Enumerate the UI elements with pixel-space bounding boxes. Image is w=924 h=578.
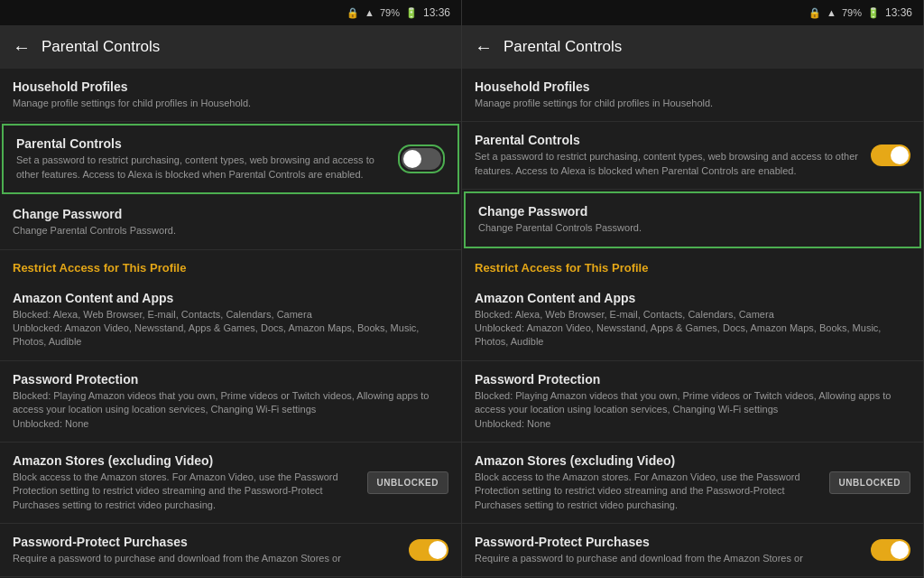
settings-item-desc: Blocked: Alexa, Web Browser, E-mail, Con… [475,308,910,350]
battery-level: 79% [380,7,400,18]
settings-item-title: Amazon Content and Apps [13,291,448,305]
page-title: Parental Controls [42,38,160,56]
toggle-password-protect-purchases[interactable] [871,539,910,561]
settings-item-desc: Require a password to purchase and downl… [475,552,862,565]
settings-item-desc: Manage profile settings for child profil… [13,97,448,110]
settings-item-title: Password-Protect Purchases [13,535,400,549]
settings-item-title: Parental Controls [16,136,389,151]
settings-item-title: Change Password [13,207,448,221]
settings-item-desc: Require a password to purchase and downl… [13,552,400,565]
battery-icon: 🔋 [867,7,880,19]
section-header: Restrict Access for This Profile [0,250,461,280]
settings-item-parental-controls[interactable]: Parental Controls Set a password to rest… [462,122,923,190]
settings-item-password-protection[interactable]: Password Protection Blocked: Playing Ama… [462,361,923,443]
settings-item-desc: Manage profile settings for child profil… [475,97,910,110]
phone-panel-right: 🔒 ▲ 79% 🔋 13:36 ← Parental Controls Hous… [462,0,924,578]
settings-item-change-password[interactable]: Change Password Change Parental Controls… [0,196,461,249]
settings-item-amazon-content[interactable]: Amazon Content and Apps Blocked: Alexa, … [462,280,923,361]
status-bar: 🔒 ▲ 79% 🔋 13:36 [0,0,461,25]
settings-item-title: Change Password [478,204,907,219]
content-area: Household Profiles Manage profile settin… [462,69,923,578]
settings-item-title: Amazon Stores (excluding Video) [475,453,820,468]
section-header: Restrict Access for This Profile [462,250,923,280]
status-time: 13:36 [885,6,912,19]
settings-item-amazon-stores[interactable]: Amazon Stores (excluding Video) Block ac… [462,443,923,524]
settings-item-title: Household Profiles [13,79,448,94]
settings-item-amazon-stores[interactable]: Amazon Stores (excluding Video) Block ac… [0,443,461,524]
back-button[interactable]: ← [13,37,31,58]
settings-item-desc: Blocked: Alexa, Web Browser, E-mail, Con… [13,308,448,350]
settings-item-desc: Set a password to restrict purchasing, c… [475,150,862,178]
wifi-icon: ▲ [365,7,374,18]
settings-item-title: Amazon Stores (excluding Video) [13,453,358,468]
settings-item-title: Amazon Content and Apps [475,291,910,305]
settings-item-change-password[interactable]: Change Password Change Parental Controls… [464,191,921,247]
phone-panel-left: 🔒 ▲ 79% 🔋 13:36 ← Parental Controls Hous… [0,0,462,578]
settings-item-household-profiles[interactable]: Household Profiles Manage profile settin… [0,69,461,122]
settings-item-title: Parental Controls [475,133,862,147]
settings-item-password-protection[interactable]: Password Protection Blocked: Playing Ama… [0,361,461,443]
status-time: 13:36 [423,6,450,19]
nav-bar: ← Parental Controls [462,25,923,69]
settings-item-parental-controls[interactable]: Parental Controls Set a password to rest… [2,124,459,194]
settings-item-title: Password-Protect Purchases [475,535,862,549]
page-title: Parental Controls [504,38,622,56]
settings-item-desc: Blocked: Playing Amazon videos that you … [475,389,910,431]
unblocked-button-amazon-stores[interactable]: UNBLOCKED [367,471,448,494]
back-button[interactable]: ← [475,37,493,58]
content-area: Household Profiles Manage profile settin… [0,69,461,578]
settings-item-desc: Block access to the Amazon stores. For A… [13,471,358,512]
battery-level: 79% [842,7,862,18]
lock-icon: 🔒 [808,7,821,19]
settings-item-desc: Set a password to restrict purchasing, c… [16,154,389,182]
toggle-parental-controls[interactable] [871,144,910,166]
status-bar: 🔒 ▲ 79% 🔋 13:36 [462,0,923,25]
unblocked-button-amazon-stores[interactable]: UNBLOCKED [829,471,910,494]
settings-item-password-protect-purchases[interactable]: Password-Protect Purchases Require a pas… [462,524,923,577]
settings-item-password-protect-purchases[interactable]: Password-Protect Purchases Require a pas… [0,524,461,577]
nav-bar: ← Parental Controls [0,25,461,69]
settings-item-amazon-content[interactable]: Amazon Content and Apps Blocked: Alexa, … [0,280,461,361]
settings-item-title: Household Profiles [475,79,910,94]
toggle-parental-controls[interactable] [398,144,445,173]
settings-item-desc: Blocked: Playing Amazon videos that you … [13,389,448,431]
settings-item-desc: Change Parental Controls Password. [478,221,907,235]
toggle-password-protect-purchases[interactable] [409,539,448,561]
lock-icon: 🔒 [346,7,359,19]
wifi-icon: ▲ [827,7,836,18]
settings-item-title: Password Protection [475,372,910,387]
settings-item-desc: Block access to the Amazon stores. For A… [475,471,820,512]
settings-item-household-profiles[interactable]: Household Profiles Manage profile settin… [462,69,923,122]
battery-icon: 🔋 [405,7,418,19]
settings-item-desc: Change Parental Controls Password. [13,224,448,238]
settings-item-title: Password Protection [13,372,448,387]
